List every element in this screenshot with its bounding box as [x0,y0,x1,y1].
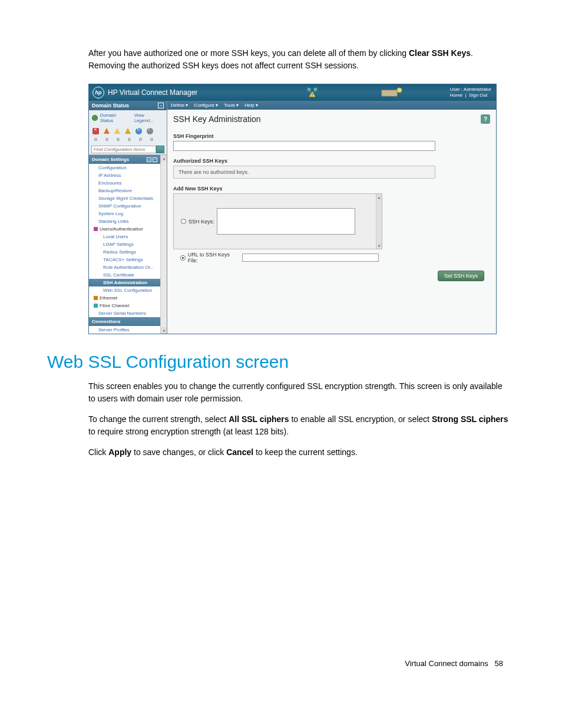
collapse-icon[interactable]: − [158,103,164,108]
scroll-down-icon[interactable]: ▾ [376,242,382,249]
page-title: SSH Key Administration [173,114,261,124]
ssh-fingerprint-input[interactable] [173,141,435,151]
search-button[interactable] [156,146,164,153]
section-heading: Web SSL Configuration screen [47,352,509,372]
scroll-down-icon[interactable]: ▾ [161,327,167,334]
menu-define[interactable]: Define ▾ [171,103,188,108]
svg-point-5 [397,88,402,93]
app-topbar: hp HP Virtual Connect Manager ! User : A… [89,84,496,101]
nav-ip-address[interactable]: IP Address [89,172,160,179]
scroll-up-icon[interactable]: ▴ [161,155,167,162]
nav-radius[interactable]: Radius Settings [89,248,160,256]
view-legend-link[interactable]: View Legend... [134,113,164,123]
panel-scrollbar[interactable]: ▴ ▾ [376,194,382,249]
svg-rect-0 [308,88,310,91]
svg-rect-4 [382,90,397,96]
signout-link[interactable]: Sign Out [469,93,487,98]
nav-storage-mgmt[interactable]: Storage Mgmt Credentials [89,195,160,202]
ssh-fingerprint-label: SSH Fingerprint [173,133,490,139]
domain-status-link[interactable]: Domain Status [100,113,130,123]
collapse-all-icon[interactable]: − [153,157,157,162]
nav-tacacs[interactable]: TACACS+ Settings [89,256,160,263]
nav-web-ssl[interactable]: Web SSL Configuration [89,286,160,294]
info-icon [147,128,153,134]
refresh-icon [135,128,142,134]
domain-settings-header[interactable]: Domain Settings +− [89,155,160,164]
square-icon [94,304,98,308]
para-1: This screen enables you to change the cu… [88,380,509,405]
ssh-keys-textarea[interactable] [217,208,355,235]
nav-role-auth[interactable]: Role Authentication Or... [89,263,160,271]
enclosure-icon[interactable] [381,87,404,100]
nav-stacking-links[interactable]: Stacking Links [89,218,160,225]
nav-ethernet[interactable]: Ethernet [89,294,160,302]
connections-header[interactable]: Connections [89,317,160,326]
add-new-label: Add New SSH Keys [173,186,490,192]
nav-server-profiles[interactable]: Server Profiles [89,326,160,334]
square-icon [94,296,98,300]
set-ssh-keys-button[interactable]: Set SSH Keys [438,271,484,281]
help-icon[interactable]: ? [481,114,490,124]
nav-local-users[interactable]: Local Users [89,233,160,241]
nav-configuration[interactable]: Configuration [89,164,160,172]
scroll-up-icon[interactable]: ▴ [376,194,382,200]
square-icon [94,227,98,231]
tree-scrollbar[interactable]: ▴ ▾ [160,155,167,334]
home-link[interactable]: Home [450,93,462,98]
url-radio[interactable] [180,255,186,261]
ssh-keys-radio-label: SSH Keys: [189,219,214,225]
nav-enclosures[interactable]: Enclosures [89,179,160,187]
network-warning-icon[interactable]: ! [307,87,318,99]
nav-snmp[interactable]: SNMP Configuration [89,202,160,210]
app-title: HP Virtual Connect Manager [108,88,197,97]
app-screenshot: hp HP Virtual Connect Manager ! User : A… [88,84,497,334]
minor-icon [114,128,120,134]
main-menu: Define ▾ Configure ▾ Tools ▾ Help ▾ [167,101,496,110]
authorized-keys-label: Authorized SSH Keys [173,158,490,164]
nav-ssl-cert[interactable]: SSL Certificate [89,271,160,279]
nav-server-serial[interactable]: Server Serial Numbers [89,309,160,317]
svg-rect-1 [314,88,317,91]
url-radio-label: URL to SSH Keys File: [188,252,240,263]
left-panel: Domain Status − Domain Status View Legen… [89,101,167,334]
svg-text:!: ! [312,92,313,97]
hp-logo-icon: hp [92,87,104,98]
nav-system-log[interactable]: System Log [89,210,160,218]
nav-backup-restore[interactable]: Backup/Restore [89,187,160,195]
expand-all-icon[interactable]: + [147,157,151,162]
intro-paragraph: After you have authorized one or more SS… [88,47,509,72]
status-counts: 0 0 0 0 0 0 [89,137,167,144]
ssh-keys-radio[interactable] [181,219,186,224]
add-keys-panel: SSH Keys: ▴ ▾ [173,193,382,249]
major-icon [104,128,110,134]
url-input[interactable] [242,253,379,262]
nav-ldap[interactable]: LDAP Settings [89,241,160,248]
find-input[interactable] [91,146,156,153]
warning-icon [125,128,131,134]
user-info: User : Administrator Home | Sign Out [450,87,491,98]
main-panel: Define ▾ Configure ▾ Tools ▾ Help ▾ SSH … [167,101,496,334]
authorized-keys-box: There are no authorized keys. [173,166,435,179]
para-2: To change the current strength, select A… [88,413,509,438]
nav-fibre[interactable]: Fibre Channel [89,302,160,309]
menu-tools[interactable]: Tools ▾ [224,103,239,108]
nav-ssh-admin[interactable]: SSH Administration [89,279,160,286]
status-ok-icon [92,115,98,121]
page-footer: Virtual Connect domains 58 [47,659,509,668]
nav-users-auth[interactable]: Users/Authentication [89,225,160,233]
error-icon [92,128,99,134]
nav-tree: Domain Settings +− Configuration IP Addr… [89,154,167,334]
domain-status-header: Domain Status − [89,101,167,110]
menu-configure[interactable]: Configure ▾ [194,103,218,108]
menu-help[interactable]: Help ▾ [244,103,258,108]
para-3: Click Apply to save changes, or click Ca… [88,446,509,459]
